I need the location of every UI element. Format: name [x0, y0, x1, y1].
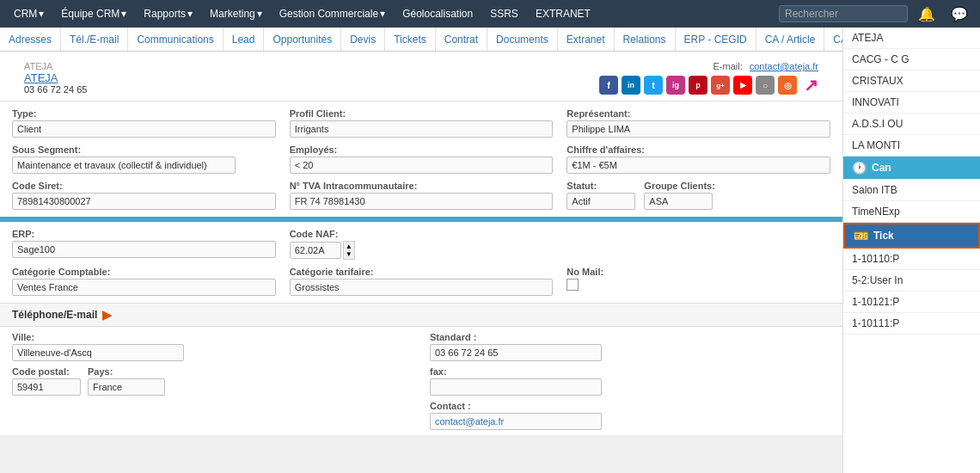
chevron-down-icon: ▾	[380, 8, 385, 20]
company-name-link[interactable]: ATEJA	[24, 71, 87, 84]
sidebar-ticket-1[interactable]: 1-10110:P	[843, 249, 980, 270]
facebook-icon[interactable]: f	[599, 76, 618, 95]
googleplus-icon[interactable]: g+	[711, 76, 730, 95]
groupe-input[interactable]	[644, 193, 713, 210]
form-section-2: ERP: Code NAF: ▲▼ Catégorie Comptable: C…	[0, 222, 842, 303]
phone-section-arrow[interactable]: ▶	[102, 308, 112, 322]
code-postal-input[interactable]	[12, 378, 81, 396]
tab-relations[interactable]: Relations	[615, 28, 676, 51]
siret-input[interactable]	[12, 193, 276, 210]
notification-icon[interactable]: 🔔	[913, 4, 940, 24]
sous-segment-input[interactable]	[12, 157, 236, 174]
social-icons-row: f in t ig p g+ ▶ ○ ◎ ↗	[599, 75, 818, 95]
nav-item-crm[interactable]: CRM ▾	[7, 4, 51, 23]
circle-icon[interactable]: ○	[756, 76, 775, 95]
tva-input[interactable]	[290, 193, 554, 210]
erp-field: ERP:	[12, 229, 276, 260]
code-postal-label: Code postal:	[12, 366, 81, 377]
sidebar-company-cristaux[interactable]: CRISTAUX	[843, 71, 980, 92]
representant-field: Représentant:	[567, 108, 830, 138]
tab-extranet[interactable]: Extranet	[558, 28, 615, 51]
tab-erp-cegid[interactable]: ERP - CEGID	[676, 28, 756, 51]
tab-tickets[interactable]: Tickets	[385, 28, 436, 51]
nav-item-ssrs[interactable]: SSRS	[483, 4, 525, 23]
categorie-comptable-input[interactable]	[12, 279, 276, 296]
company-header: ATEJA ATEJA 03 66 72 24 65 E-mail: conta…	[0, 52, 842, 101]
sidebar-company-ateja[interactable]: ATEJA	[843, 28, 980, 49]
ville-input[interactable]	[12, 344, 184, 361]
tab-tel-email[interactable]: Tél./E-mail	[61, 28, 128, 51]
nav-item-equipe-crm[interactable]: Équipe CRM ▾	[54, 4, 133, 23]
phone-section-header: Téléphone/E-mail ▶	[0, 303, 842, 327]
no-mail-label: No Mail:	[567, 267, 830, 277]
rss-icon[interactable]: ◎	[778, 76, 797, 95]
nav-item-geoloc[interactable]: Géolocalisation	[395, 4, 480, 23]
company-name-gray: ATEJA	[24, 61, 87, 71]
categorie-comptable-label: Catégorie Comptable:	[12, 267, 276, 277]
code-naf-input[interactable]	[290, 242, 341, 259]
tab-ca-article[interactable]: CA / Article	[756, 28, 825, 51]
sidebar-tickets-header[interactable]: 🎫 Tick	[843, 223, 980, 249]
contact-label: Contact :	[430, 401, 830, 411]
clock-icon: 🕐	[852, 161, 867, 175]
nav-item-extranet[interactable]: EXTRANET	[529, 4, 597, 23]
linkedin-icon[interactable]: in	[622, 76, 640, 95]
pinterest-icon[interactable]: p	[689, 76, 707, 95]
sub-nav-tabs: Adresses Tél./E-mail Communications Lead…	[0, 28, 842, 52]
statut-input[interactable]	[567, 193, 635, 210]
tab-lead[interactable]: Lead	[224, 28, 265, 51]
email-link[interactable]: contact@ateja.fr	[750, 61, 818, 71]
email-label: E-mail:	[714, 61, 743, 71]
ville-field: Ville:	[12, 332, 413, 361]
messages-icon[interactable]: 💬	[946, 4, 973, 24]
employes-field: Employés:	[290, 144, 554, 174]
type-input[interactable]	[12, 120, 276, 138]
sidebar-company-cacg[interactable]: CACG - C G	[843, 49, 980, 71]
pays-input[interactable]	[88, 378, 165, 396]
sidebar-company-innovati[interactable]: INNOVATI	[843, 92, 980, 114]
fax-input[interactable]	[430, 378, 602, 396]
categorie-tarifaire-label: Catégorie tarifaire:	[290, 267, 554, 277]
tab-opportunites[interactable]: Opportunités	[264, 28, 341, 51]
no-mail-checkbox[interactable]	[567, 279, 579, 291]
chiffre-input[interactable]	[567, 157, 830, 174]
sidebar-salon-itb[interactable]: Salon ITB	[843, 180, 980, 201]
sidebar-cam-header[interactable]: 🕐 Can	[843, 157, 980, 180]
profil-input[interactable]	[290, 120, 554, 138]
nav-item-rapports[interactable]: Rapports ▾	[137, 4, 199, 23]
naf-up-btn[interactable]: ▲▼	[343, 241, 355, 260]
tab-devis[interactable]: Devis	[341, 28, 385, 51]
contact-input[interactable]	[430, 413, 602, 430]
tab-documents[interactable]: Documents	[487, 28, 558, 51]
chevron-down-icon: ▾	[187, 8, 193, 20]
sidebar-ticket-4[interactable]: 1-10111:P	[843, 313, 980, 335]
chevron-down-icon: ▾	[39, 8, 44, 20]
youtube-icon[interactable]: ▶	[733, 76, 752, 95]
sidebar-ticket-2[interactable]: 5-2:User In	[843, 270, 980, 292]
sidebar-company-la-monti[interactable]: LA MONTI	[843, 135, 980, 157]
nav-item-marketing[interactable]: Marketing ▾	[203, 4, 269, 23]
pays-label: Pays:	[88, 366, 165, 377]
sidebar-timenexp[interactable]: TimeNExp	[843, 201, 980, 223]
instagram-icon[interactable]: ig	[666, 76, 685, 95]
sidebar-ticket-3[interactable]: 1-10121:P	[843, 292, 980, 313]
groupe-field: Groupe Clients:	[644, 181, 715, 210]
nav-item-gestion[interactable]: Gestion Commerciale ▾	[273, 4, 392, 23]
search-input[interactable]	[779, 5, 908, 22]
employes-input[interactable]	[290, 157, 554, 174]
sidebar-company-adsi[interactable]: A.D.S.I OU	[843, 114, 980, 135]
contact-field: Contact :	[430, 401, 830, 430]
code-naf-field: Code NAF: ▲▼	[290, 229, 554, 260]
categorie-tarifaire-input[interactable]	[290, 279, 554, 296]
representant-input[interactable]	[567, 120, 830, 138]
erp-input[interactable]	[12, 241, 276, 258]
twitter-icon[interactable]: t	[644, 76, 663, 95]
standard-input[interactable]	[430, 344, 602, 361]
tab-communications[interactable]: Communications	[128, 28, 223, 51]
tab-adresses[interactable]: Adresses	[0, 28, 61, 51]
pays-field: Pays:	[88, 366, 165, 396]
tab-contrat[interactable]: Contrat	[436, 28, 487, 51]
tab-ca-slash[interactable]: CA /	[824, 28, 842, 51]
chiffre-field: Chiffre d'affaires:	[567, 144, 830, 174]
siret-field: Code Siret:	[12, 181, 276, 210]
